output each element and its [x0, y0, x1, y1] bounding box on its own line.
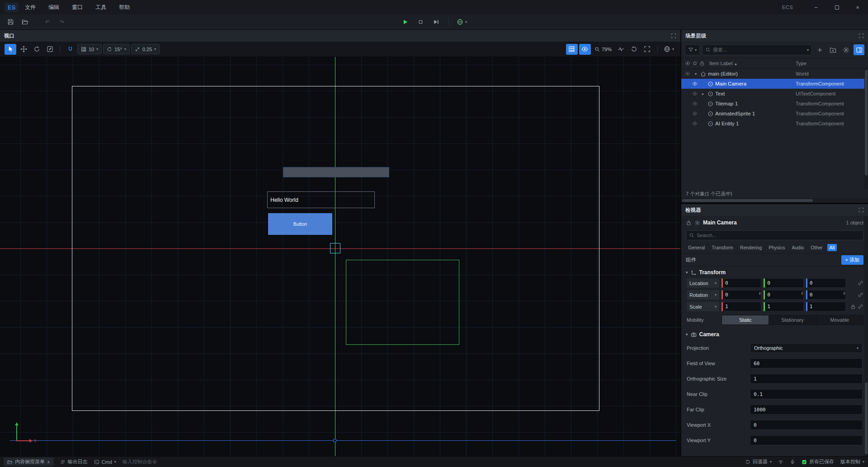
viewport-x-field[interactable] — [750, 420, 863, 430]
hierarchy-row[interactable]: Main Camera TransformComponent — [681, 79, 868, 89]
visibility-toggle[interactable] — [691, 81, 698, 86]
rotate-tool-button[interactable] — [31, 44, 42, 55]
tab-general[interactable]: General — [686, 244, 707, 251]
viewport-y-field[interactable] — [750, 435, 863, 445]
hierarchy-settings-button[interactable] — [840, 44, 851, 55]
rotation-snap-dropdown[interactable]: 15° ▾ — [103, 44, 130, 54]
save-status[interactable]: 所有已保存 — [802, 458, 834, 465]
inspector-search-input[interactable] — [697, 233, 860, 238]
star-icon[interactable] — [692, 61, 698, 66]
zoom-control[interactable]: 79% — [592, 47, 614, 52]
scale-x-field[interactable] — [722, 302, 761, 311]
camera-section-header[interactable]: ▾ Camera — [681, 329, 868, 340]
viewport-expand-button[interactable] — [671, 33, 676, 38]
fov-field[interactable] — [750, 358, 863, 368]
text-entity[interactable]: Hello World — [267, 191, 375, 208]
add-entity-button[interactable] — [814, 44, 825, 55]
save-button[interactable] — [5, 17, 16, 28]
ortho-size-field[interactable] — [750, 374, 863, 384]
grid-toggle-button[interactable] — [566, 44, 578, 55]
lock-icon[interactable] — [850, 304, 856, 310]
expand-caret[interactable]: ▾ — [693, 72, 698, 76]
region-entity[interactable] — [346, 260, 459, 345]
lock-icon[interactable] — [686, 220, 692, 226]
link-icon[interactable] — [858, 292, 863, 298]
tab-physics[interactable]: Physics — [766, 244, 787, 251]
cmd-dropdown[interactable]: Cmd ▾ — [94, 459, 116, 465]
viewport-canvas[interactable]: Hello World Button x — [0, 57, 680, 456]
mobility-stationary[interactable]: Stationary — [769, 315, 816, 324]
spinner-icon[interactable]: ▴▾ — [844, 291, 845, 295]
tab-transform[interactable]: Transform — [709, 244, 735, 251]
scrollbar-thumb[interactable] — [682, 199, 813, 202]
guide-handle[interactable] — [333, 439, 336, 442]
open-button[interactable] — [19, 17, 31, 28]
play-button[interactable] — [399, 17, 411, 28]
undo-button[interactable]: ↶ — [42, 17, 53, 28]
rotation-x-field[interactable] — [722, 290, 761, 300]
rotation-dropdown[interactable]: Rotation▾ — [687, 290, 719, 300]
rollback-dropdown[interactable]: 回退器 ▾ — [745, 458, 772, 465]
platform-dropdown[interactable]: ▾ — [455, 17, 469, 28]
step-button[interactable] — [430, 17, 442, 28]
fullscreen-button[interactable] — [642, 44, 653, 55]
location-x-field[interactable] — [722, 278, 761, 288]
location-dropdown[interactable]: Location▾ — [687, 278, 719, 288]
mobility-static[interactable]: Static — [722, 315, 769, 324]
snap-toggle-button[interactable] — [64, 44, 76, 55]
stop-button[interactable] — [415, 17, 426, 28]
hierarchy-expand-button[interactable] — [859, 33, 864, 38]
hierarchy-row[interactable]: AnimatedSprite 1 TransformComponent — [681, 109, 868, 119]
scale-snap-dropdown[interactable]: 0.25 ▾ — [131, 44, 160, 54]
visibility-options-button[interactable] — [579, 44, 591, 55]
menu-window[interactable]: 窗口 — [66, 0, 89, 14]
maximize-button[interactable] — [826, 0, 847, 14]
stats-button[interactable] — [615, 44, 627, 55]
scrollbar-thumb[interactable] — [865, 382, 868, 454]
world-dropdown[interactable]: ▾ — [662, 44, 676, 55]
menu-file[interactable]: 文件 — [19, 0, 42, 14]
transform-section-header[interactable]: ▾ Transform — [681, 267, 868, 278]
tab-other[interactable]: Other — [808, 244, 825, 251]
hierarchy-horizontal-scrollbar[interactable] — [681, 198, 868, 203]
spinner-icon[interactable]: ▴▾ — [759, 291, 760, 295]
hierarchy-vertical-scrollbar[interactable] — [864, 69, 868, 189]
column-item-label[interactable]: Item Label ▲ — [709, 61, 737, 66]
location-z-field[interactable] — [806, 278, 846, 288]
panel-layout-button[interactable] — [854, 44, 864, 55]
visibility-toggle[interactable] — [691, 101, 698, 106]
eye-icon[interactable] — [685, 61, 690, 66]
add-component-button[interactable]: +添加 — [841, 255, 863, 265]
expand-caret[interactable]: ▸ — [700, 92, 706, 96]
output-log-button[interactable]: 输出日志 — [60, 458, 88, 465]
rotation-z-field[interactable] — [806, 290, 846, 300]
inspector-vertical-scrollbar[interactable] — [864, 216, 868, 456]
move-tool-button[interactable] — [18, 44, 29, 55]
projection-select[interactable]: Orthographic▾ — [750, 343, 863, 353]
visibility-toggle[interactable] — [684, 71, 691, 76]
mic-icon[interactable] — [790, 459, 795, 465]
edit-tool-button[interactable] — [44, 44, 56, 55]
far-clip-field[interactable] — [750, 405, 863, 415]
grid-snap-dropdown[interactable]: 10 ▾ — [77, 44, 102, 54]
tab-rendering[interactable]: Rendering — [738, 244, 764, 251]
scale-y-field[interactable] — [764, 302, 803, 311]
minimize-button[interactable]: − — [806, 0, 826, 14]
network-icon[interactable] — [778, 459, 783, 465]
console-input[interactable]: 输入控制台命令 — [123, 458, 157, 465]
near-clip-field[interactable] — [750, 389, 863, 399]
link-icon[interactable] — [858, 304, 863, 310]
slider-entity[interactable] — [283, 167, 389, 177]
tab-all[interactable]: All — [827, 244, 837, 251]
hierarchy-search[interactable]: ▾ — [702, 44, 812, 55]
button-entity[interactable]: Button — [268, 213, 332, 235]
menu-help[interactable]: 帮助 — [113, 0, 136, 14]
column-type[interactable]: Type — [796, 61, 807, 66]
hierarchy-row[interactable]: ▸ Text UITextComponent — [681, 89, 868, 99]
location-y-field[interactable] — [764, 278, 803, 288]
gear-icon[interactable] — [694, 220, 700, 226]
select-tool-button[interactable] — [5, 44, 16, 55]
hierarchy-row[interactable]: Tilemap 1 TransformComponent — [681, 99, 868, 109]
hierarchy-row[interactable]: AI Entity 1 TransformComponent — [681, 119, 868, 129]
version-control-button[interactable]: 版本控制 ▾ — [840, 458, 864, 465]
